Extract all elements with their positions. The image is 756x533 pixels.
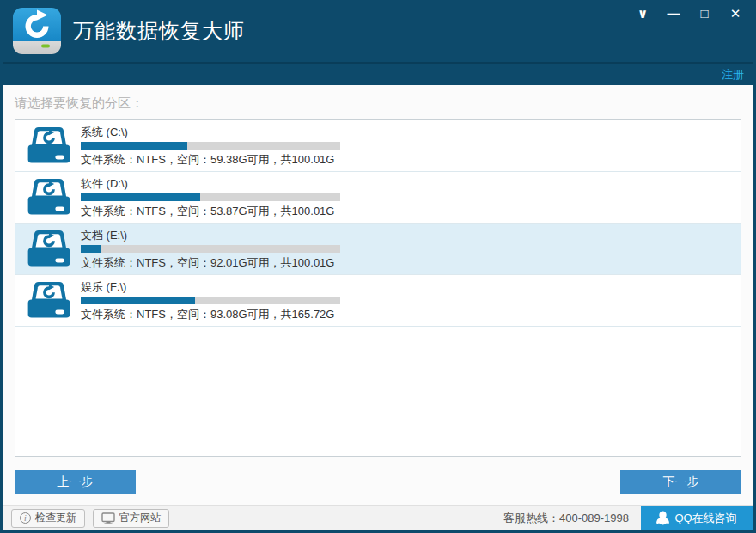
check-update-button[interactable]: i 检查更新 — [11, 509, 85, 528]
drive-icon — [27, 126, 71, 166]
close-icon[interactable]: ✕ — [725, 3, 746, 24]
drive-icon — [27, 230, 71, 269]
maximize-icon[interactable]: □ — [694, 3, 715, 24]
main-content: 请选择要恢复的分区： 系统 (C:\) 文件系统：NTFS，空间：59.38 — [3, 85, 753, 505]
sub-bar: 注册 — [3, 64, 753, 85]
app-title: 万能数据恢复大师 — [73, 17, 245, 45]
drive-icon — [27, 281, 71, 321]
app-window: 万能数据恢复大师 ∨ — □ ✕ 注册 请选择要恢复的分区： — [0, 0, 756, 533]
partition-row-c[interactable]: 系统 (C:\) 文件系统：NTFS，空间：59.38G可用，共100.01G — [15, 120, 741, 172]
select-partition-hint: 请选择要恢复的分区： — [15, 85, 741, 112]
usage-bar-fill — [81, 245, 101, 253]
partition-name: 软件 (D:\) — [81, 177, 340, 190]
partition-row-d[interactable]: 软件 (D:\) 文件系统：NTFS，空间：53.87G可用，共100.01G — [15, 172, 741, 224]
official-site-button[interactable]: 官方网站 — [93, 509, 169, 528]
qq-consult-label: QQ在线咨询 — [674, 511, 736, 526]
partition-detail: 文件系统：NTFS，空间：59.38G可用，共100.01G — [81, 153, 340, 166]
hotline-text: 客服热线：400-089-1998 — [503, 511, 641, 526]
official-site-label: 官方网站 — [119, 511, 161, 525]
partition-detail: 文件系统：NTFS，空间：92.01G可用，共100.01G — [81, 256, 340, 269]
menu-chevron-icon[interactable]: ∨ — [632, 3, 653, 24]
partition-detail: 文件系统：NTFS，空间：53.87G可用，共100.01G — [81, 205, 340, 217]
usage-bar — [81, 297, 340, 304]
usage-bar-fill — [81, 142, 187, 150]
usage-bar-fill — [81, 193, 200, 201]
partition-row-f[interactable]: 娱乐 (F:\) 文件系统：NTFS，空间：93.08G可用，共165.72G — [15, 275, 741, 327]
usage-bar — [81, 245, 340, 253]
monitor-icon — [101, 512, 115, 524]
partition-detail: 文件系统：NTFS，空间：93.08G可用，共165.72G — [81, 308, 340, 321]
partition-name: 系统 (C:\) — [81, 126, 340, 138]
partition-info: 软件 (D:\) 文件系统：NTFS，空间：53.87G可用，共100.01G — [81, 177, 340, 217]
partition-list: 系统 (C:\) 文件系统：NTFS，空间：59.38G可用，共100.01G — [15, 119, 741, 457]
prev-step-button[interactable]: 上一步 — [15, 470, 136, 494]
title-bar: 万能数据恢复大师 ∨ — □ ✕ — [3, 0, 753, 64]
qq-penguin-icon — [656, 511, 669, 525]
drive-icon — [27, 178, 71, 217]
partition-info: 系统 (C:\) 文件系统：NTFS，空间：59.38G可用，共100.01G — [81, 126, 340, 166]
usage-bar — [81, 142, 340, 150]
partition-row-e[interactable]: 文档 (E:\) 文件系统：NTFS，空间：92.01G可用，共100.01G — [15, 224, 741, 275]
partition-name: 娱乐 (F:\) — [81, 280, 340, 293]
partition-name: 文档 (E:\) — [81, 229, 340, 242]
usage-bar — [81, 193, 340, 201]
info-icon: i — [20, 512, 31, 524]
window-controls: ∨ — □ ✕ — [632, 3, 746, 24]
qq-consult-button[interactable]: QQ在线咨询 — [641, 506, 753, 530]
partition-info: 文档 (E:\) 文件系统：NTFS，空间：92.01G可用，共100.01G — [81, 229, 340, 269]
next-step-button[interactable]: 下一步 — [620, 470, 741, 494]
check-update-label: 检查更新 — [35, 511, 76, 525]
minimize-icon[interactable]: — — [663, 3, 684, 24]
partition-info: 娱乐 (F:\) 文件系统：NTFS，空间：93.08G可用，共165.72G — [81, 280, 340, 321]
app-logo-icon — [13, 8, 61, 54]
register-link[interactable]: 注册 — [722, 67, 744, 83]
usage-bar-fill — [81, 297, 195, 304]
footer-bar: i 检查更新 官方网站 客服热线：400-089-1998 QQ在线咨询 — [3, 505, 753, 530]
step-buttons: 上一步 下一步 — [15, 470, 741, 494]
